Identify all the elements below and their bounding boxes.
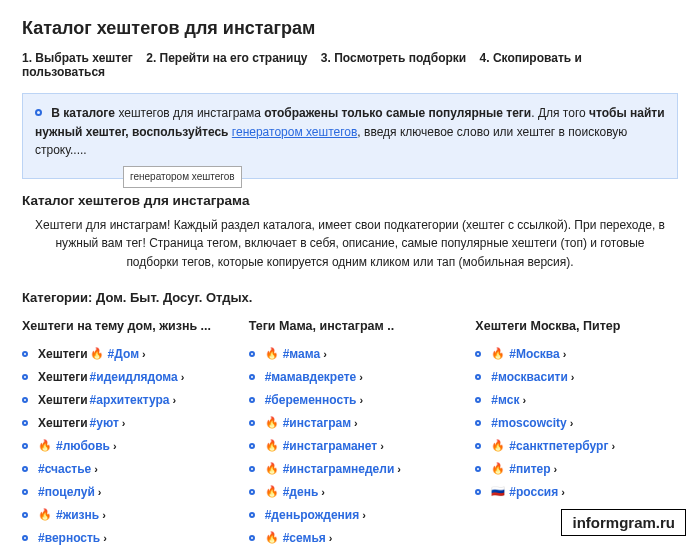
tag-list-item[interactable]: 🔥#Москва› bbox=[475, 347, 678, 361]
hashtag-link[interactable]: #инстаграм bbox=[283, 416, 351, 430]
hashtag-link[interactable]: #мск bbox=[491, 393, 519, 407]
hashtag-link[interactable]: #уют bbox=[90, 416, 119, 430]
step-2: 2. Перейти на его страницу bbox=[146, 51, 307, 65]
hashtag-link[interactable]: #Москва bbox=[509, 347, 559, 361]
hashtag-link[interactable]: #Дом bbox=[108, 347, 139, 361]
tag-list-item[interactable]: 🇷🇺#россия› bbox=[475, 485, 678, 499]
hashtag-link[interactable]: #москвасити bbox=[491, 370, 567, 384]
chevron-right-icon: › bbox=[563, 348, 567, 360]
tag-list-item[interactable]: #москвасити› bbox=[475, 370, 678, 384]
hashtag-link[interactable]: #верность bbox=[38, 531, 100, 545]
info-bullet-icon bbox=[35, 109, 42, 116]
tag-list-item[interactable]: Хештеги #архитектура› bbox=[22, 393, 225, 407]
tag-list-item[interactable]: 🔥#любовь› bbox=[22, 439, 225, 453]
step-3: 3. Посмотреть подборки bbox=[321, 51, 466, 65]
chevron-right-icon: › bbox=[570, 417, 574, 429]
bullet-icon bbox=[475, 443, 481, 449]
hashtag-link[interactable]: #инстаграмнедели bbox=[283, 462, 395, 476]
fire-icon: 🔥 bbox=[38, 439, 52, 452]
hashtag-link[interactable]: #мамавдекрете bbox=[265, 370, 357, 384]
tag-list-item[interactable]: #мск› bbox=[475, 393, 678, 407]
hashtag-link[interactable]: #жизнь bbox=[56, 508, 99, 522]
column-title: Хештеги на тему дом, жизнь ... bbox=[22, 319, 225, 333]
hashtag-link[interactable]: #поцелуй bbox=[38, 485, 95, 499]
tag-list-item[interactable]: 🔥#жизнь› bbox=[22, 508, 225, 522]
fire-icon: 🔥 bbox=[265, 347, 279, 360]
chevron-right-icon: › bbox=[362, 509, 366, 521]
tag-list-item[interactable]: 🔥#инстаграманет› bbox=[249, 439, 452, 453]
generator-link[interactable]: генератором хештегов bbox=[232, 125, 358, 139]
hashtag-link[interactable]: #инстаграманет bbox=[283, 439, 378, 453]
tag-list-item[interactable]: #мамавдекрете› bbox=[249, 370, 452, 384]
tag-column: Хештеги на тему дом, жизнь ...Хештеги 🔥#… bbox=[22, 319, 225, 550]
chevron-right-icon: › bbox=[102, 509, 106, 521]
tag-list-item[interactable]: 🔥#инстаграм› bbox=[249, 416, 452, 430]
hashtag-link[interactable]: #санктпетербург bbox=[509, 439, 608, 453]
tag-list-item[interactable]: #счастье› bbox=[22, 462, 225, 476]
hashtag-link[interactable]: #мама bbox=[283, 347, 320, 361]
tag-prefix: Хештеги bbox=[38, 416, 88, 430]
bullet-icon bbox=[475, 397, 481, 403]
hashtag-link[interactable]: #архитектура bbox=[90, 393, 170, 407]
chevron-right-icon: › bbox=[397, 463, 401, 475]
chevron-right-icon: › bbox=[142, 348, 146, 360]
hashtag-link[interactable]: #любовь bbox=[56, 439, 110, 453]
tag-list: Хештеги 🔥#Дом›Хештеги #идеидлядома›Хеште… bbox=[22, 347, 225, 545]
bullet-icon bbox=[22, 374, 28, 380]
tag-list-item[interactable]: Хештеги #идеидлядома› bbox=[22, 370, 225, 384]
fire-icon: 🔥 bbox=[265, 416, 279, 429]
tag-list-item[interactable]: 🔥#семья› bbox=[249, 531, 452, 545]
bullet-icon bbox=[249, 351, 255, 357]
tag-prefix: Хештеги bbox=[38, 347, 88, 361]
fire-icon: 🔥 bbox=[265, 531, 279, 544]
chevron-right-icon: › bbox=[611, 440, 615, 452]
hashtag-link[interactable]: #питер bbox=[509, 462, 550, 476]
chevron-right-icon: › bbox=[329, 532, 333, 544]
tag-list-item[interactable]: #поцелуй› bbox=[22, 485, 225, 499]
bullet-icon bbox=[22, 443, 28, 449]
tag-prefix: Хештеги bbox=[38, 393, 88, 407]
chevron-right-icon: › bbox=[522, 394, 526, 406]
tag-list-item[interactable]: 🔥#мама› bbox=[249, 347, 452, 361]
info-box: В каталоге хештегов для инстаграма отобр… bbox=[22, 93, 678, 179]
tag-list-item[interactable]: #деньрождения› bbox=[249, 508, 452, 522]
hashtag-link[interactable]: #семья bbox=[283, 531, 326, 545]
hashtag-link[interactable]: #счастье bbox=[38, 462, 91, 476]
hashtag-link[interactable]: #деньрождения bbox=[265, 508, 360, 522]
bullet-icon bbox=[249, 489, 255, 495]
bullet-icon bbox=[475, 420, 481, 426]
bullet-icon bbox=[22, 535, 28, 541]
hashtag-link[interactable]: #россия bbox=[509, 485, 558, 499]
hashtag-link[interactable]: #день bbox=[283, 485, 319, 499]
chevron-right-icon: › bbox=[181, 371, 185, 383]
tag-list-item[interactable]: 🔥#питер› bbox=[475, 462, 678, 476]
categories-heading: Категории: Дом. Быт. Досуг. Отдых. bbox=[22, 290, 678, 305]
tag-list-item[interactable]: Хештеги #уют› bbox=[22, 416, 225, 430]
fire-icon: 🔥 bbox=[491, 462, 505, 475]
bullet-icon bbox=[249, 443, 255, 449]
tag-list-item[interactable]: #беременность› bbox=[249, 393, 452, 407]
hashtag-link[interactable]: #беременность bbox=[265, 393, 357, 407]
chevron-right-icon: › bbox=[98, 486, 102, 498]
section-subtitle: Каталог хештегов для инстаграма bbox=[22, 193, 678, 208]
fire-icon: 🔥 bbox=[38, 508, 52, 521]
hashtag-link[interactable]: #идеидлядома bbox=[90, 370, 178, 384]
hashtag-link[interactable]: #moscowcity bbox=[491, 416, 566, 430]
bullet-icon bbox=[22, 397, 28, 403]
bullet-icon bbox=[249, 420, 255, 426]
chevron-right-icon: › bbox=[571, 371, 575, 383]
tag-list-item[interactable]: #moscowcity› bbox=[475, 416, 678, 430]
bullet-icon bbox=[22, 466, 28, 472]
tag-list-item[interactable]: 🔥#день› bbox=[249, 485, 452, 499]
tag-list-item[interactable]: Хештеги 🔥#Дом› bbox=[22, 347, 225, 361]
chevron-right-icon: › bbox=[354, 417, 358, 429]
fire-icon: 🔥 bbox=[265, 439, 279, 452]
chevron-right-icon: › bbox=[94, 463, 98, 475]
bullet-icon bbox=[249, 466, 255, 472]
column-title: Хештеги Москва, Питер bbox=[475, 319, 678, 333]
tag-list-item[interactable]: #верность› bbox=[22, 531, 225, 545]
tag-list-item[interactable]: 🔥#санктпетербург› bbox=[475, 439, 678, 453]
bullet-icon bbox=[249, 512, 255, 518]
tag-list-item[interactable]: 🔥#инстаграмнедели› bbox=[249, 462, 452, 476]
column-title: Теги Мама, инстаграм .. bbox=[249, 319, 452, 333]
